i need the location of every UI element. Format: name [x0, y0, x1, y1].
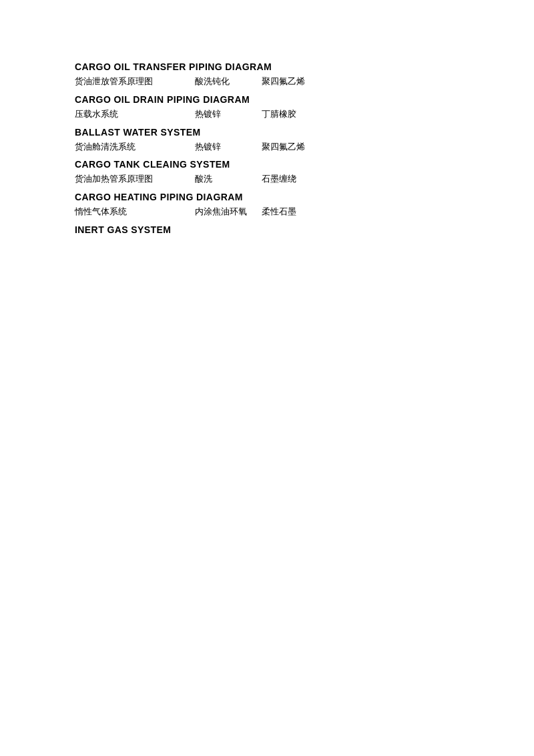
section-cargo-oil-transfer: CARGO OIL TRANSFER PIPING DIAGRAM货油泄放管系原…: [75, 60, 459, 89]
section-title: CARGO TANK CLEAING SYSTEM: [75, 158, 459, 172]
section-cargo-heating: CARGO HEATING PIPING DIAGRAM惰性气体系统内涂焦油环氧…: [75, 190, 459, 219]
section-ballast-water: BALLAST WATER SYSTEM货油舱清洗系统热镀锌聚四氟乙烯: [75, 126, 459, 154]
subtitle-col1: 货油加热管系原理图: [75, 172, 195, 186]
subtitle-col2: 热镀锌: [195, 140, 262, 154]
subtitle-col3: 聚四氟乙烯: [262, 75, 328, 89]
section-title: BALLAST WATER SYSTEM: [75, 126, 459, 140]
subtitle-col1: 惰性气体系统: [75, 205, 195, 219]
subtitle-col3: 柔性石墨: [262, 205, 328, 219]
subtitle-col2: 酸洗钝化: [195, 75, 262, 89]
subtitle-col3: 石墨缠绕: [262, 172, 328, 186]
section-subtitle: 货油加热管系原理图酸洗石墨缠绕: [75, 172, 459, 186]
subtitle-col2: 内涂焦油环氧: [195, 205, 262, 219]
section-title: CARGO OIL TRANSFER PIPING DIAGRAM: [75, 60, 459, 74]
subtitle-col3: 丁腈橡胶: [262, 108, 328, 122]
section-inert-gas: INERT GAS SYSTEM: [75, 223, 459, 237]
subtitle-col3: 聚四氟乙烯: [262, 140, 328, 154]
section-subtitle: 货油泄放管系原理图酸洗钝化聚四氟乙烯: [75, 75, 459, 89]
section-title: INERT GAS SYSTEM: [75, 223, 459, 237]
subtitle-col2: 热镀锌: [195, 108, 262, 122]
section-title: CARGO HEATING PIPING DIAGRAM: [75, 190, 459, 204]
subtitle-col1: 压载水系统: [75, 108, 195, 122]
subtitle-col1: 货油泄放管系原理图: [75, 75, 195, 89]
section-subtitle: 惰性气体系统内涂焦油环氧柔性石墨: [75, 205, 459, 219]
subtitle-col2: 酸洗: [195, 172, 262, 186]
section-subtitle: 压载水系统热镀锌丁腈橡胶: [75, 108, 459, 122]
section-title: CARGO OIL DRAIN PIPING DIAGRAM: [75, 93, 459, 107]
section-cargo-oil-drain: CARGO OIL DRAIN PIPING DIAGRAM压载水系统热镀锌丁腈…: [75, 93, 459, 122]
page-content: CARGO OIL TRANSFER PIPING DIAGRAM货油泄放管系原…: [0, 0, 534, 278]
section-cargo-tank-cleaning: CARGO TANK CLEAING SYSTEM货油加热管系原理图酸洗石墨缠绕: [75, 158, 459, 186]
subtitle-col1: 货油舱清洗系统: [75, 140, 195, 154]
section-subtitle: 货油舱清洗系统热镀锌聚四氟乙烯: [75, 140, 459, 154]
